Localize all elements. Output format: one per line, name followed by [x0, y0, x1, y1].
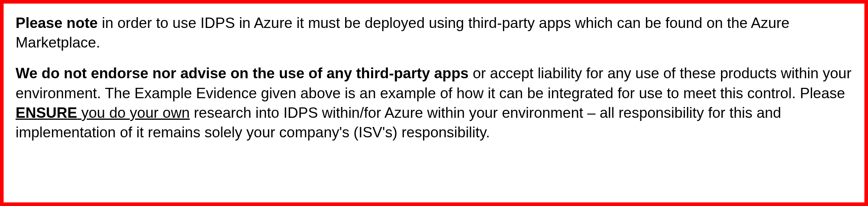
ensure-underline-rest: you do your own [77, 105, 190, 121]
paragraph-2: We do not endorse nor advise on the use … [16, 63, 852, 142]
please-note-lead: Please note [16, 15, 98, 31]
ensure-emphasis: ENSURE [16, 105, 77, 121]
endorse-lead: We do not endorse nor advise on the use … [16, 65, 469, 81]
paragraph-1: Please note in order to use IDPS in Azur… [16, 13, 852, 52]
notice-box: Please note in order to use IDPS in Azur… [0, 0, 868, 206]
please-note-rest: in order to use IDPS in Azure it must be… [16, 15, 789, 51]
